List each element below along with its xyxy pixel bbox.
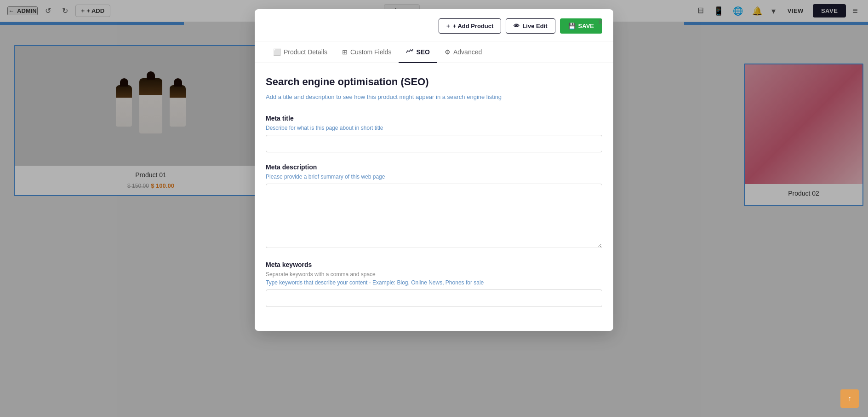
meta-title-input[interactable] — [266, 135, 602, 152]
meta-keywords-hint2: Type keywords that describe your content… — [266, 279, 602, 286]
add-product-button[interactable]: + + Add Product — [439, 18, 501, 34]
meta-description-hint: Please provide a brief summary of this w… — [266, 174, 602, 180]
live-edit-label: Live Edit — [522, 23, 547, 29]
modal-tabs: ⬜ Product Details ⊞ Custom Fields SEO ⚙ … — [255, 41, 613, 63]
tab-product-details[interactable]: ⬜ Product Details — [266, 42, 335, 63]
meta-keywords-label: Meta keywords — [266, 261, 602, 268]
meta-keywords-hint1: Separate keywords with a comma and space — [266, 271, 602, 278]
save-modal-label: SAVE — [578, 23, 594, 29]
meta-description-group: Meta description Please provide a brief … — [266, 163, 602, 250]
modal-actions: + + Add Product 👁 Live Edit 💾 SAVE — [255, 9, 613, 41]
plus-icon: + — [446, 23, 450, 29]
scroll-top-icon: ↑ — [848, 394, 851, 403]
product-details-icon: ⬜ — [273, 48, 281, 56]
meta-title-hint: Describe for what is this page about in … — [266, 125, 602, 131]
seo-section-title: Search engine optimisation (SEO) — [266, 76, 602, 88]
meta-description-label: Meta description — [266, 163, 602, 171]
modal-body: Search engine optimisation (SEO) Add a t… — [255, 63, 613, 331]
modal-close-button[interactable]: × — [594, 16, 607, 29]
tab-advanced[interactable]: ⚙ Advanced — [437, 42, 489, 63]
tab-custom-fields[interactable]: ⊞ Custom Fields — [335, 42, 399, 63]
seo-section-subtitle: Add a title and description to see how t… — [266, 93, 602, 102]
meta-title-group: Meta title Describe for what is this pag… — [266, 115, 602, 152]
seo-modal: × + + Add Product 👁 Live Edit 💾 SAVE ⬜ P… — [255, 9, 613, 331]
advanced-icon: ⚙ — [445, 48, 451, 56]
advanced-tab-label: Advanced — [453, 48, 482, 56]
custom-fields-icon: ⊞ — [342, 48, 348, 56]
eye-icon: 👁 — [514, 23, 520, 29]
scroll-to-top-button[interactable]: ↑ — [840, 389, 859, 408]
tab-seo[interactable]: SEO — [399, 41, 437, 63]
modal-overlay: × + + Add Product 👁 Live Edit 💾 SAVE ⬜ P… — [0, 0, 868, 417]
meta-title-label: Meta title — [266, 115, 602, 122]
seo-chart-icon — [406, 48, 413, 56]
custom-fields-tab-label: Custom Fields — [350, 48, 391, 56]
save-icon: 💾 — [568, 23, 576, 29]
live-edit-button[interactable]: 👁 Live Edit — [506, 18, 555, 34]
close-icon: × — [598, 17, 603, 27]
meta-description-textarea[interactable] — [266, 184, 602, 248]
meta-keywords-input[interactable] — [266, 290, 602, 307]
product-details-tab-label: Product Details — [284, 48, 327, 56]
seo-tab-label: SEO — [416, 48, 430, 56]
add-product-label: + Add Product — [453, 23, 494, 29]
meta-keywords-group: Meta keywords Separate keywords with a c… — [266, 261, 602, 307]
